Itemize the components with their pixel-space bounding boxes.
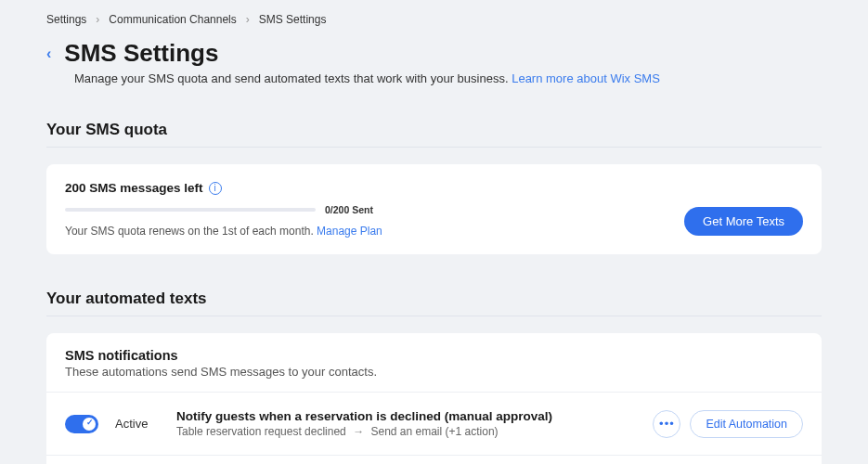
back-button[interactable]: ‹ [46,45,51,62]
chevron-right-icon: › [96,13,99,26]
page-subtitle: Manage your SMS quota and send automated… [74,71,822,85]
quota-remaining-label: 200 SMS messages left [65,181,203,195]
learn-more-link[interactable]: Learn more about Wix SMS [512,71,660,85]
automation-toggle[interactable]: ✓ [65,415,98,433]
divider [46,316,822,316]
quota-progress-bar [65,208,316,212]
breadcrumb-item[interactable]: SMS Settings [259,13,327,26]
automations-sub-desc: These automations send SMS messages to y… [65,365,803,379]
automation-title: Notify guests when a reservation is decl… [176,409,636,423]
automation-desc: Table reservation request declined → Sen… [176,425,636,438]
breadcrumb-item[interactable]: Settings [46,13,86,26]
subtitle-text: Manage your SMS quota and send automated… [74,71,509,85]
arrow-right-icon: → [353,425,364,438]
quota-card: 200 SMS messages left i 0/200 Sent Your … [46,164,822,254]
automation-row: ✓ Active Notify guests when a reservatio… [46,392,822,455]
breadcrumb: Settings › Communication Channels › SMS … [46,13,822,26]
automations-card: SMS notifications These automations send… [46,333,822,464]
check-icon: ✓ [86,418,94,427]
automation-trigger: Table reservation request declined [176,425,346,438]
automation-row: ✓ Active Notify guests when a reservatio… [46,455,822,464]
get-more-texts-button[interactable]: Get More Texts [684,207,803,236]
info-icon[interactable]: i [209,182,222,195]
automation-status: Active [115,417,160,431]
manage-plan-link[interactable]: Manage Plan [317,225,382,238]
automated-heading: Your automated texts [46,290,822,308]
automations-sub-heading: SMS notifications [65,348,803,363]
automation-action: Send an email (+1 action) [370,425,498,438]
breadcrumb-item[interactable]: Communication Channels [109,13,236,26]
divider [46,147,822,148]
quota-renew-text: Your SMS quota renews on the 1st of each… [65,225,314,238]
more-actions-button[interactable]: ••• [653,410,680,438]
quota-heading: Your SMS quota [46,121,822,139]
chevron-right-icon: › [246,13,250,26]
quota-sent-label: 0/200 Sent [325,204,373,215]
page-title: SMS Settings [64,39,218,68]
edit-automation-button[interactable]: Edit Automation [690,410,803,438]
